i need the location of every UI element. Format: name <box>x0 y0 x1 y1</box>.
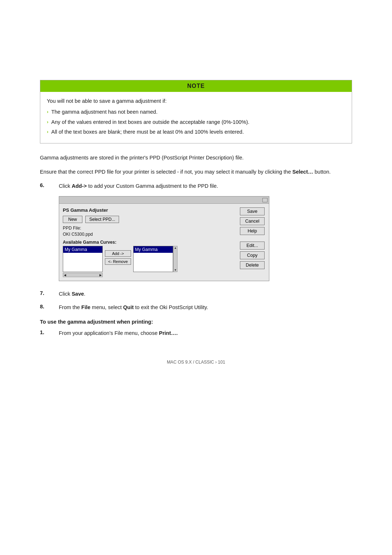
titlebar-btn <box>262 198 268 202</box>
listbox-item-selected[interactable]: My Gamma <box>63 246 102 253</box>
scroll-right-icon[interactable]: ▶ <box>99 274 102 277</box>
edit-button[interactable]: Edit... <box>240 242 265 250</box>
arrow-icon: › <box>47 108 48 116</box>
scroll-left-icon[interactable]: ◀ <box>64 274 66 277</box>
ppd-info-row: PPD File: OKI C5300.ppd <box>63 225 236 238</box>
curves-row: My Gamma Add -> <- Remove My Gamma <box>63 246 236 272</box>
step-after-1-num: 1. <box>40 329 59 335</box>
left-scrollbar-row: ◀ ▶ <box>63 273 236 277</box>
new-button[interactable]: New <box>63 216 82 223</box>
note-intro: You will not be able to save a gamma adj… <box>47 97 345 105</box>
right-listbox-container: My Gamma ▲ ▼ <box>133 246 177 272</box>
scroll-down-icon[interactable]: ▼ <box>174 268 177 272</box>
body-para-1: Gamma adjustments are stored in the prin… <box>40 154 352 162</box>
step-8: 8. From the File menu, select Quit to ex… <box>40 303 352 312</box>
dialog-right-buttons: Save Cancel Help Edit... Copy Delete <box>236 207 265 277</box>
body-para-2-bold: Select… <box>293 169 313 175</box>
scrollbar[interactable]: ▲ ▼ <box>173 246 177 272</box>
curves-label: Available Gamma Curves: <box>63 240 236 245</box>
left-scrollbar[interactable]: ◀ ▶ <box>63 273 103 277</box>
ppd-value: OKI C5300.ppd <box>63 232 93 237</box>
help-button[interactable]: Help <box>240 227 265 235</box>
arrow-icon: › <box>47 118 48 126</box>
step-after-1: 1. From your application's File menu, ch… <box>40 329 352 337</box>
dialog-content: PS Gamma Adjuster New Select PPD... PPD … <box>59 204 269 281</box>
list-item: › All of the text boxes are blank; there… <box>47 128 345 136</box>
curves-section: Available Gamma Curves: My Gamma Add -> … <box>63 240 236 272</box>
step-6-num: 6. <box>40 182 59 188</box>
step-7-num: 7. <box>40 290 59 296</box>
list-item: › The gamma adjustment has not been name… <box>47 108 345 116</box>
left-listbox[interactable]: My Gamma <box>63 246 103 272</box>
dialog-left: PS Gamma Adjuster New Select PPD... PPD … <box>63 207 236 277</box>
body-para-2-suffix: button. <box>313 169 331 175</box>
note-header: NOTE <box>40 80 352 92</box>
dialog-wrapper: PS Gamma Adjuster New Select PPD... PPD … <box>59 196 352 281</box>
body-para-2-prefix: Ensure that the correct PPD file for you… <box>40 169 293 175</box>
right-listbox-item[interactable]: My Gamma <box>134 246 173 253</box>
arrow-icon: › <box>47 128 48 135</box>
step-6-text: Click Add-> to add your Custom Gamma adj… <box>59 182 218 190</box>
body-para-2: Ensure that the correct PPD file for you… <box>40 168 352 176</box>
section-heading: To use the gamma adjustment when printin… <box>40 319 352 325</box>
delete-button[interactable]: Delete <box>240 261 265 269</box>
scroll-up-icon[interactable]: ▲ <box>174 246 177 250</box>
remove-button[interactable]: <- Remove <box>105 258 131 265</box>
dialog-box: PS Gamma Adjuster New Select PPD... PPD … <box>59 196 269 281</box>
page-footer: MAC OS 9.X / CLASSIC › 101 <box>40 360 352 365</box>
right-listbox[interactable]: My Gamma <box>133 246 173 272</box>
copy-button[interactable]: Copy <box>240 251 265 259</box>
spacer <box>240 237 265 240</box>
step-7: 7. Click Save. <box>40 290 352 298</box>
step-7-text: Click Save. <box>59 290 85 298</box>
step-6: 6. Click Add-> to add your Custom Gamma … <box>40 182 352 190</box>
dialog-app-name: PS Gamma Adjuster <box>63 207 108 213</box>
select-ppd-button[interactable]: Select PPD... <box>85 216 119 223</box>
ppd-label: PPD File: <box>63 226 81 231</box>
dialog-titlebar <box>59 197 269 204</box>
step-8-num: 8. <box>40 303 59 309</box>
add-button[interactable]: Add -> <box>105 250 131 257</box>
note-list: › The gamma adjustment has not been name… <box>47 108 345 136</box>
note-body: You will not be able to save a gamma adj… <box>40 92 352 143</box>
dialog-title-row: PS Gamma Adjuster <box>63 207 236 213</box>
list-item: › Any of the values entered in text boxe… <box>47 118 345 126</box>
step-after-1-text: From your application's File menu, choos… <box>59 329 178 337</box>
step-8-text: From the File menu, select Quit to exit … <box>59 303 208 312</box>
dialog-new-row: New Select PPD... <box>63 216 236 223</box>
save-button[interactable]: Save <box>240 207 265 215</box>
note-box: NOTE You will not be able to save a gamm… <box>40 80 352 143</box>
cancel-button[interactable]: Cancel <box>240 217 265 225</box>
middle-buttons: Add -> <- Remove <box>105 246 131 265</box>
